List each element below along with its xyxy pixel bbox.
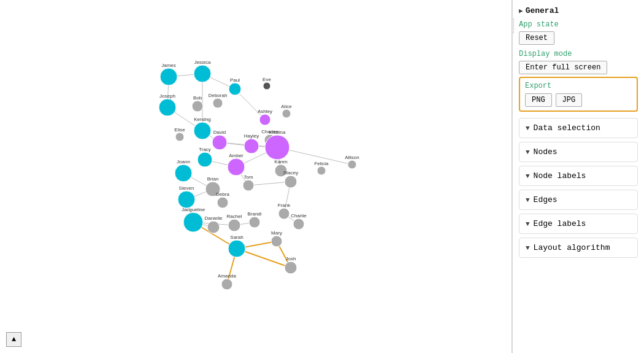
node-kristina[interactable]: Kristina [265, 130, 289, 160]
node-felicia[interactable]: Felicia [314, 161, 329, 175]
node-circle-brandi [249, 217, 260, 228]
node-circle-jessica [194, 65, 211, 82]
node-alice[interactable]: Alice [281, 104, 292, 118]
node-tracy[interactable]: Tracy [197, 147, 212, 167]
node-label-jacqueline: Jacqueline [182, 207, 205, 212]
section-label-edge-labels: Edge labels [534, 219, 586, 228]
section-edge-labels[interactable]: ▼Edge labels [519, 214, 638, 234]
node-circle-ashley [259, 114, 270, 125]
node-label-frank: Frank [278, 203, 291, 208]
node-circle-kendng [194, 122, 211, 139]
node-label-brandi: Brandi [247, 211, 261, 217]
node-elise[interactable]: Elise [174, 127, 185, 141]
section-label-nodes: Nodes [534, 147, 558, 157]
png-button[interactable]: PNG [525, 93, 552, 107]
caret-data-selection: ▼ [526, 125, 530, 132]
node-circle-steven [178, 191, 195, 208]
section-nodes[interactable]: ▼Nodes [519, 142, 638, 162]
node-label-kendng: Kendng [194, 117, 211, 122]
node-brandi[interactable]: Brandi [247, 211, 261, 228]
node-hayley[interactable]: Hayley [244, 133, 259, 153]
general-arrow: ▶ [519, 7, 523, 15]
node-label-karen: Karen [274, 159, 287, 165]
node-james[interactable]: James [160, 63, 177, 85]
node-label-tracy: Tracy [199, 147, 211, 152]
node-deborah[interactable]: Deborah [209, 93, 228, 108]
node-circle-kristina [265, 135, 289, 160]
node-label-brian: Brian [207, 176, 219, 182]
node-label-joseph: Joseph [159, 93, 175, 99]
node-charlie[interactable]: Charlie [291, 213, 307, 230]
node-label-joann: Joann [177, 159, 190, 165]
node-kendng[interactable]: Kendng [194, 117, 211, 139]
node-circle-debra [217, 197, 228, 208]
node-label-tom: Tom [243, 174, 253, 180]
section-label-edges: Edges [534, 195, 558, 204]
node-label-rachel: Rachel [227, 214, 242, 219]
node-circle-rachel [228, 219, 240, 231]
node-ashley[interactable]: Ashley [258, 109, 272, 125]
section-layout-algorithm[interactable]: ▼Layout algorithm [519, 238, 638, 258]
edge [235, 89, 265, 120]
graph-svg: JamesJessicaPaulEveJosephBobDeborahAshle… [0, 0, 512, 353]
node-frank[interactable]: Frank [278, 203, 291, 219]
node-label-paul: Paul [230, 77, 240, 83]
node-amanda[interactable]: Amanda [218, 273, 236, 290]
node-joann[interactable]: Joann [175, 159, 192, 182]
panel-inner: ▶ General App state Reset Display mode E… [513, 0, 644, 268]
node-allison[interactable]: Allison [345, 155, 359, 169]
node-circle-josh [285, 262, 297, 274]
export-box: Export PNG JPG [519, 77, 638, 112]
section-node-labels[interactable]: ▼Node labels [519, 166, 638, 186]
node-debra[interactable]: Debra [216, 192, 229, 208]
node-circle-deborah [213, 98, 223, 108]
reset-button[interactable]: Reset [519, 31, 554, 45]
node-bob[interactable]: Bob [192, 95, 203, 112]
node-circle-allison [348, 160, 356, 169]
node-paul[interactable]: Paul [229, 77, 241, 95]
sections-container: ▼Data selection▼Nodes▼Node labels▼Edges▼… [519, 118, 638, 258]
node-label-eve: Eve [263, 77, 271, 82]
export-buttons: PNG JPG [525, 93, 632, 107]
bottom-left-button[interactable]: ▲ [6, 332, 21, 347]
node-eve[interactable]: Eve [263, 77, 271, 90]
section-edges[interactable]: ▼Edges [519, 190, 638, 210]
node-label-charlie: Charlie [291, 213, 307, 219]
node-amber[interactable]: Amber [228, 153, 245, 176]
caret-edges: ▼ [526, 196, 530, 204]
node-circle-elise [175, 133, 184, 141]
graph-canvas: JamesJessicaPaulEveJosephBobDeborahAshle… [0, 0, 512, 353]
section-label-data-selection: Data selection [534, 123, 600, 133]
node-circle-amber [228, 158, 245, 176]
section-data-selection[interactable]: ▼Data selection [519, 118, 638, 138]
node-circle-hayley [244, 139, 259, 153]
node-circle-amanda [221, 279, 232, 290]
node-label-ashley: Ashley [258, 109, 272, 114]
node-jacqueline[interactable]: Jacqueline [182, 207, 205, 232]
node-jessica[interactable]: Jessica [194, 60, 211, 82]
node-david[interactable]: David [212, 130, 227, 150]
node-stacey[interactable]: Stacey [283, 170, 298, 188]
general-label: General [526, 6, 559, 15]
node-label-bob: Bob [193, 95, 202, 101]
panel-collapse-arrow[interactable]: ▶ [512, 18, 514, 33]
node-circle-felicia [317, 166, 326, 175]
node-tom[interactable]: Tom [243, 174, 254, 191]
app-state-label: App state [519, 20, 638, 29]
section-label-node-labels: Node labels [534, 171, 586, 180]
node-josh[interactable]: Josh [285, 256, 297, 274]
node-label-alice: Alice [281, 104, 292, 109]
full-screen-button[interactable]: Enter full screen [519, 61, 607, 74]
node-joseph[interactable]: Joseph [159, 93, 176, 116]
node-circle-joseph [159, 99, 176, 116]
jpg-button[interactable]: JPG [556, 93, 583, 107]
node-steven[interactable]: Steven [178, 185, 195, 208]
node-label-stacey: Stacey [283, 170, 298, 176]
node-circle-sarah [228, 240, 245, 257]
node-label-amanda: Amanda [218, 273, 236, 279]
node-circle-danielle [207, 221, 220, 233]
node-mary[interactable]: Mary [271, 230, 282, 247]
node-rachel[interactable]: Rachel [227, 214, 242, 231]
node-sarah[interactable]: Sarah [228, 235, 245, 257]
caret-nodes: ▼ [526, 149, 530, 156]
